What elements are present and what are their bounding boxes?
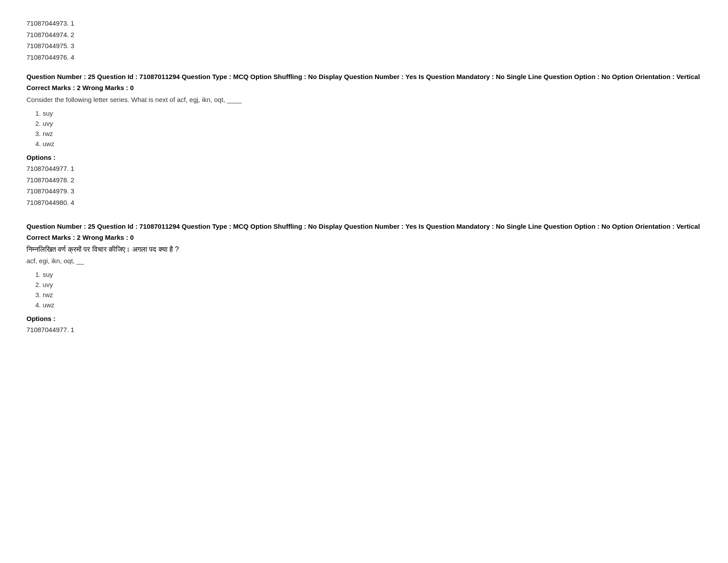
options-label-2: Options :	[26, 315, 702, 322]
opt-id-row: 71087044977. 1	[26, 324, 702, 336]
opt-id-row: 71087044980. 4	[26, 197, 702, 208]
option-item: 1. suy	[26, 110, 702, 117]
marks-line-2: Correct Marks : 2 Wrong Marks : 0	[26, 234, 702, 241]
option-item: 3. rwz	[26, 130, 702, 137]
option-item: 2. uvy	[26, 120, 702, 127]
option-id-3: 71087044975. 3	[26, 40, 702, 52]
options-list-1: 1. suy 2. uvy 3. rwz 4. uwz	[26, 110, 702, 147]
option-id-2: 71087044974. 2	[26, 29, 702, 41]
options-ids-1: 71087044977. 1 71087044978. 2 7108704497…	[26, 163, 702, 208]
hindi-question-text: निम्नलिखित वर्ण क्रमों पर विचार कीजिए। अ…	[26, 246, 702, 253]
option-id-1: 71087044973. 1	[26, 18, 702, 29]
option-item: 3. rwz	[26, 291, 702, 299]
opt-id-row: 71087044978. 2	[26, 174, 702, 186]
question-meta-1: Question Number : 25 Question Id : 71087…	[26, 72, 702, 82]
opt-id-row: 71087044979. 3	[26, 185, 702, 197]
option-id-4: 71087044976. 4	[26, 52, 702, 63]
option-item: 4. uwz	[26, 301, 702, 309]
options-label-1: Options :	[26, 154, 702, 161]
marks-line-1: Correct Marks : 2 Wrong Marks : 0	[26, 84, 702, 91]
question-block-2: Question Number : 25 Question Id : 71087…	[26, 221, 702, 336]
option-item: 4. uwz	[26, 140, 702, 147]
series-text: acf, egi, ikn, oqt, __	[26, 257, 702, 264]
option-item: 1. suy	[26, 271, 702, 278]
question-meta-2: Question Number : 25 Question Id : 71087…	[26, 221, 702, 232]
opt-id-row: 71087044977. 1	[26, 163, 702, 174]
option-item: 2. uvy	[26, 281, 702, 288]
options-list-2: 1. suy 2. uvy 3. rwz 4. uwz	[26, 271, 702, 309]
question-block-1: Question Number : 25 Question Id : 71087…	[26, 72, 702, 208]
top-option-ids: 71087044973. 1 71087044974. 2 7108704497…	[26, 18, 702, 63]
options-ids-2: 71087044977. 1	[26, 324, 702, 336]
question-text-1: Consider the following letter series. Wh…	[26, 96, 702, 103]
